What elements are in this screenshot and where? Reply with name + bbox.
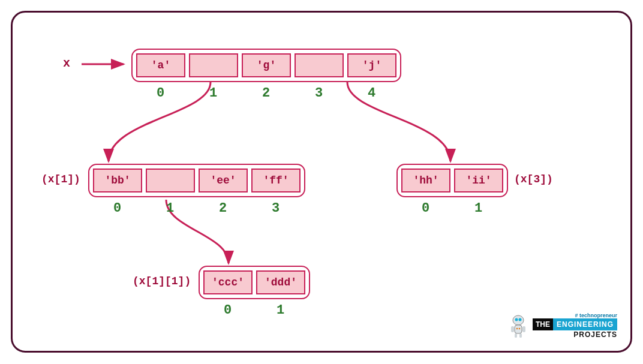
variable-x-label: x xyxy=(63,56,70,70)
array-bottom-cell: 'ccc' xyxy=(203,270,253,294)
array-top-index: 4 xyxy=(368,86,375,101)
svg-point-1 xyxy=(513,315,524,325)
array-left-cell: 'bb' xyxy=(93,169,142,192)
svg-point-3 xyxy=(518,318,521,321)
array-left-cell xyxy=(146,169,195,192)
array-right: 'hh' 'ii' xyxy=(396,164,508,197)
array-bottom-index: 1 xyxy=(277,303,284,318)
array-top-cell: 'j' xyxy=(347,53,396,77)
svg-point-2 xyxy=(515,318,518,321)
array-left-cell: 'ee' xyxy=(199,169,248,192)
array-top-index: 3 xyxy=(315,86,323,101)
array-right-cell: 'ii' xyxy=(454,169,503,192)
logo-word-engineering: ENGINEERING xyxy=(553,318,617,330)
array-left: 'bb' 'ee' 'ff' xyxy=(88,164,305,197)
array-top-cell xyxy=(295,53,344,77)
svg-rect-8 xyxy=(522,326,525,332)
array-top-cell: 'g' xyxy=(242,53,291,77)
array-top-index: 0 xyxy=(157,86,164,101)
brand-logo: # technopreneur THE ENGINEERING PROJECTS xyxy=(507,312,617,339)
array-top: 'a' 'g' 'j' xyxy=(131,49,401,82)
label-x11: (x[1][1]) xyxy=(133,275,191,287)
array-bottom-cell: 'ddd' xyxy=(256,270,305,294)
array-top-index: 1 xyxy=(209,86,217,101)
array-right-index: 0 xyxy=(422,201,429,216)
array-top-index: 2 xyxy=(262,86,270,101)
diagram-frame: x 'a' 'g' 'j' 0 1 2 3 4 (x[1]) 'bb' 'ee'… xyxy=(11,11,632,353)
logo-tagline: # technopreneur xyxy=(533,312,617,318)
array-top-cell xyxy=(189,53,238,77)
array-bottom-index: 0 xyxy=(224,303,232,318)
array-bottom: 'ccc' 'ddd' xyxy=(199,266,310,299)
array-left-index: 0 xyxy=(113,201,121,216)
array-right-cell: 'hh' xyxy=(401,169,450,192)
array-left-cell: 'ff' xyxy=(251,169,301,192)
logo-word-the: THE xyxy=(533,318,553,330)
label-x1: (x[1]) xyxy=(41,173,80,185)
logo-word-projects: PROJECTS xyxy=(533,330,617,339)
array-right-index: 1 xyxy=(474,201,482,216)
svg-rect-7 xyxy=(511,326,514,332)
robot-icon xyxy=(507,313,529,338)
svg-point-5 xyxy=(516,328,518,330)
array-top-cell: 'a' xyxy=(136,53,185,77)
svg-point-6 xyxy=(519,328,521,330)
array-left-index: 2 xyxy=(219,201,227,216)
svg-rect-9 xyxy=(515,333,517,338)
svg-rect-10 xyxy=(519,333,522,338)
label-x3: (x[3]) xyxy=(514,173,553,185)
array-left-index: 1 xyxy=(166,201,174,216)
array-left-index: 3 xyxy=(272,201,280,216)
svg-rect-4 xyxy=(515,325,522,333)
